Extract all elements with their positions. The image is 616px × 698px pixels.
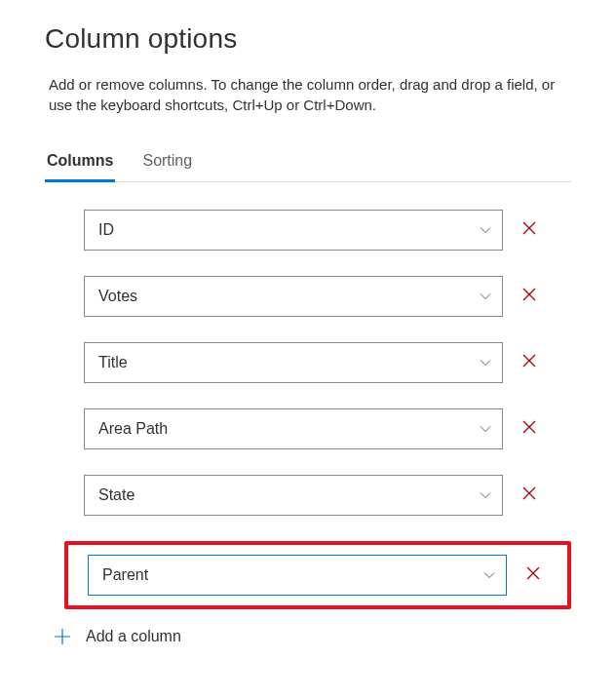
close-icon: [524, 564, 542, 586]
close-icon: [520, 418, 538, 440]
tab-sorting[interactable]: Sorting: [140, 146, 194, 182]
chevron-down-icon: [482, 568, 496, 582]
chevron-down-icon: [479, 356, 492, 369]
remove-column-button[interactable]: [519, 418, 540, 440]
close-icon: [520, 485, 538, 506]
tabs: Columns Sorting: [45, 146, 571, 182]
close-icon: [520, 352, 538, 373]
remove-column-button[interactable]: [519, 352, 540, 373]
chevron-down-icon: [479, 290, 492, 303]
column-value: ID: [98, 221, 114, 239]
column-select[interactable]: Title: [84, 342, 503, 383]
remove-column-button[interactable]: [519, 286, 540, 307]
column-select[interactable]: State: [84, 475, 503, 516]
column-row: Votes: [84, 276, 571, 317]
helper-text: Add or remove columns. To change the col…: [45, 74, 571, 115]
chevron-down-icon: [479, 422, 492, 436]
column-row: State: [84, 475, 571, 516]
column-select[interactable]: Parent: [88, 555, 507, 596]
column-row: ID: [84, 210, 571, 251]
column-select[interactable]: Votes: [84, 276, 503, 317]
columns-list: ID Votes Title: [45, 210, 571, 516]
column-select[interactable]: ID: [84, 210, 503, 251]
close-icon: [520, 219, 538, 241]
tab-columns[interactable]: Columns: [45, 146, 115, 182]
add-column-button[interactable]: Add a column: [45, 627, 571, 646]
plus-icon: [53, 627, 72, 646]
remove-column-button[interactable]: [522, 564, 544, 586]
remove-column-button[interactable]: [519, 485, 540, 506]
column-value: Area Path: [98, 420, 168, 438]
column-value: State: [98, 486, 135, 504]
column-value: Parent: [102, 566, 148, 584]
chevron-down-icon: [479, 488, 492, 502]
close-icon: [520, 286, 538, 307]
remove-column-button[interactable]: [519, 219, 540, 241]
add-column-label: Add a column: [86, 628, 181, 645]
column-value: Votes: [98, 288, 137, 305]
highlight-frame: Parent: [64, 541, 571, 609]
column-value: Title: [98, 354, 128, 371]
column-select[interactable]: Area Path: [84, 408, 503, 449]
chevron-down-icon: [479, 223, 492, 237]
panel-title: Column options: [45, 23, 571, 55]
column-row: Area Path: [84, 408, 571, 449]
column-row: Title: [84, 342, 571, 383]
